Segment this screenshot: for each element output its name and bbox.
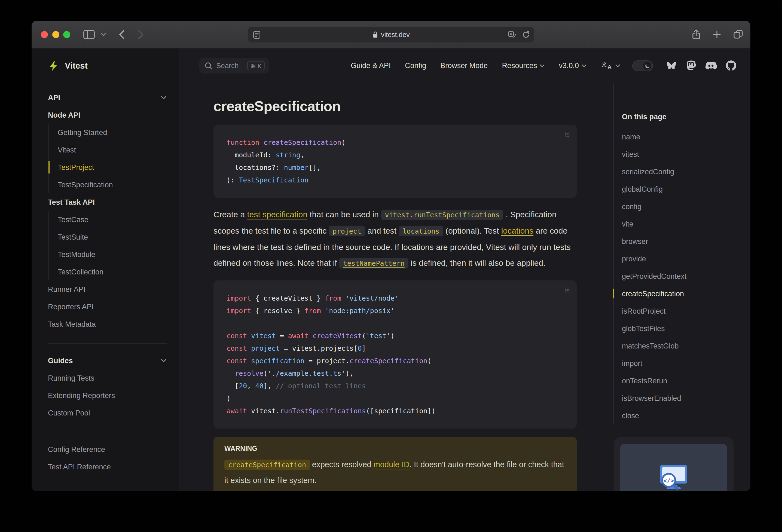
reload-icon [522, 31, 530, 38]
sidebar-subgroup: Getting StartedVitestTestProjectTestSpec… [48, 123, 167, 193]
outline-item-browser[interactable]: browser [622, 233, 739, 250]
outline-panel: On this page namevitestserializedConfigg… [613, 83, 739, 424]
page-title: createSpecification [213, 97, 577, 115]
outline-item-import[interactable]: import [622, 354, 739, 372]
translate-button[interactable]: A [508, 27, 517, 42]
sidebar-item-running-tests[interactable]: Running Tests [48, 369, 167, 387]
outline-item-name[interactable]: name [622, 128, 739, 145]
tab-overview-button[interactable] [734, 30, 743, 39]
chevron-down-icon [581, 64, 586, 67]
chevron-down-icon [161, 359, 167, 362]
github-icon [726, 61, 736, 71]
warning-text: createSpecification expects resolved mod… [224, 457, 566, 488]
sidebar-item-testcollection[interactable]: TestCollection [58, 263, 167, 280]
inline-code-link[interactable]: testNamePattern [339, 258, 408, 269]
outline-list: namevitestserializedConfigglobalConfigco… [622, 128, 739, 424]
doc-content: createSpecification ts function createSp… [213, 83, 577, 491]
tab-group-menu-button[interactable] [101, 33, 106, 36]
back-button[interactable] [119, 30, 125, 39]
sidebar-item-custom-pool[interactable]: Custom Pool [48, 404, 167, 422]
warning-title: WARNING [224, 445, 566, 453]
outline-item-matchestestglob[interactable]: matchesTestGlob [622, 337, 739, 354]
sidebar-group-header-api[interactable]: API [48, 89, 167, 106]
outline-item-provide[interactable]: provide [622, 250, 739, 268]
sidebar-item-extending-reporters[interactable]: Extending Reporters [48, 387, 167, 404]
sidebar-item-task-metadata[interactable]: Task Metadata [48, 315, 167, 333]
sidebar-toggle-button[interactable] [83, 30, 95, 39]
new-tab-button[interactable] [713, 31, 721, 39]
search-button[interactable]: Search ⌘ K [199, 58, 269, 73]
sidebar-group-header-guides[interactable]: Guides [48, 352, 167, 369]
desktop-background: vitest.dev A [0, 0, 782, 532]
sponsor-card[interactable]: </> [614, 437, 734, 491]
outline-item-close[interactable]: close [622, 407, 739, 424]
nav-link-browser-mode[interactable]: Browser Mode [440, 62, 488, 70]
sidebar-divider [48, 432, 167, 432]
outline-item-globalconfig[interactable]: globalConfig [622, 180, 739, 198]
code-line: import { resolve } from 'node:path/posix… [226, 305, 564, 317]
sidebar-item-testsuite[interactable]: TestSuite [58, 228, 167, 246]
sidebar-item-vitest[interactable]: Vitest [58, 141, 167, 158]
outline-item-globtestfiles[interactable]: globTestFiles [622, 320, 739, 337]
code-line: ): TestSpecification [226, 174, 564, 186]
outline-item-serializedconfig[interactable]: serializedConfig [622, 163, 739, 180]
text-link[interactable]: locations [501, 226, 533, 235]
sidebar-item-reporters-api[interactable]: Reporters API [48, 298, 167, 315]
code-line: locations?: number[], [226, 161, 564, 174]
outline-item-config[interactable]: config [622, 198, 739, 215]
nav-link-resources[interactable]: Resources [502, 62, 544, 70]
nav-link-guide-api[interactable]: Guide & API [351, 62, 391, 70]
discord-link[interactable] [705, 61, 717, 70]
sidebar-subgroup: TestCaseTestSuiteTestModuleTestCollectio… [48, 211, 167, 280]
sidebar-item-test-task-api[interactable]: Test Task API [48, 193, 167, 211]
text-link[interactable]: test specification [247, 210, 308, 219]
sidebar-item-test-api-reference[interactable]: Test API Reference [48, 458, 167, 475]
bluesky-icon [666, 61, 677, 71]
outline-item-vite[interactable]: vite [622, 215, 739, 233]
inline-code: createSpecification [224, 460, 310, 470]
reload-button[interactable] [522, 27, 530, 42]
inline-code: vitest.runTestSpecifications [381, 210, 503, 220]
outline-item-vitest[interactable]: vitest [622, 145, 739, 163]
outline-item-createspecification[interactable]: createSpecification [622, 285, 739, 302]
sidebar-item-testmodule[interactable]: TestModule [58, 246, 167, 263]
nav-link-config[interactable]: Config [405, 62, 426, 70]
sidebar-item-testproject[interactable]: TestProject [58, 158, 167, 176]
traffic-minimize-button[interactable] [52, 31, 59, 38]
nav-menu: Guide & API Config Browser Mode Resource… [351, 62, 586, 70]
forward-button[interactable] [138, 30, 144, 39]
share-button[interactable] [692, 29, 700, 40]
mastodon-link[interactable] [686, 61, 696, 71]
language-button[interactable]: A [602, 62, 620, 70]
sidebar-item-config-reference[interactable]: Config Reference [48, 440, 167, 458]
traffic-close-button[interactable] [41, 31, 48, 38]
docs-sidebar: Vitest APINode APIGetting StartedVitestT… [32, 48, 179, 491]
github-link[interactable] [726, 61, 736, 71]
monitor-code-icon: </> [656, 464, 691, 491]
outline-item-getprovidedcontext[interactable]: getProvidedContext [622, 268, 739, 285]
bluesky-link[interactable] [666, 61, 677, 71]
address-bar[interactable]: vitest.dev A [248, 27, 534, 42]
sidebar-item-node-api[interactable]: Node API [48, 106, 167, 123]
sidebar-icon [83, 30, 95, 39]
sidebar-divider [48, 343, 167, 344]
sidebar-item-testspecification[interactable]: TestSpecification [58, 176, 167, 193]
social-links [666, 61, 736, 71]
theme-toggle[interactable] [632, 60, 653, 71]
text-link[interactable]: module ID [374, 460, 410, 469]
code-line: const vitest = await createVitest('test'… [226, 329, 564, 342]
code-line: const specification = project.createSpec… [226, 354, 564, 367]
outline-item-isbrowserenabled[interactable]: isBrowserEnabled [622, 389, 739, 407]
traffic-zoom-button[interactable] [63, 31, 70, 38]
svg-text:A: A [510, 31, 512, 36]
outline-item-ontestsrerun[interactable]: onTestsRerun [622, 372, 739, 389]
chevron-down-icon [101, 33, 106, 36]
nav-link-version[interactable]: v3.0.0 [559, 62, 586, 70]
sidebar-item-testcase[interactable]: TestCase [58, 211, 167, 228]
toggle-knob [643, 62, 651, 70]
sidebar-item-getting-started[interactable]: Getting Started [58, 123, 167, 141]
sidebar-item-runner-api[interactable]: Runner API [48, 280, 167, 298]
vitest-logo[interactable]: Vitest [48, 48, 167, 83]
outline-item-isrootproject[interactable]: isRootProject [622, 302, 739, 320]
code-block-signature: ts function createSpecification( moduleI… [213, 125, 577, 198]
